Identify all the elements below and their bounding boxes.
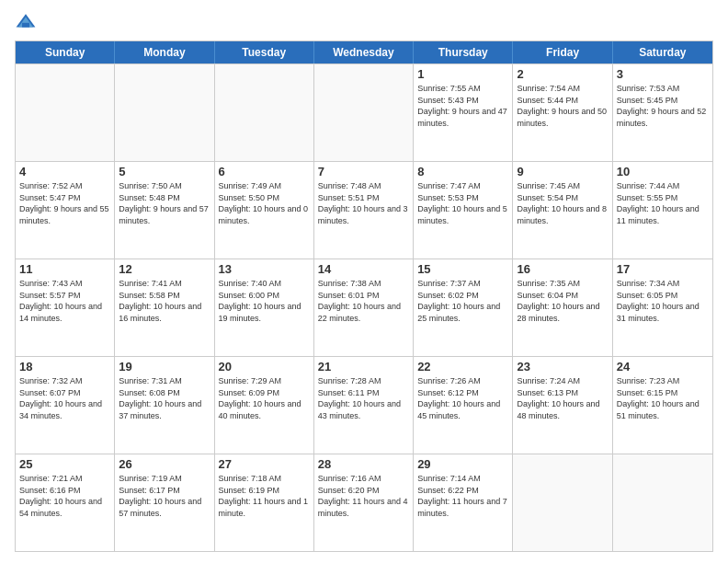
day-number: 29: [417, 457, 508, 471]
day-info: Sunrise: 7:40 AMSunset: 6:00 PMDaylight:…: [219, 278, 310, 324]
svg-rect-2: [22, 23, 29, 28]
header: [15, 11, 713, 33]
calendar-cell: [314, 64, 414, 161]
day-number: 3: [617, 67, 709, 81]
day-info: Sunrise: 7:32 AMSunset: 6:07 PMDaylight:…: [19, 375, 110, 421]
calendar-cell: 5Sunrise: 7:50 AMSunset: 5:48 PMDaylight…: [115, 162, 214, 259]
calendar-header-cell: Thursday: [414, 41, 513, 63]
day-info: Sunrise: 7:34 AMSunset: 6:05 PMDaylight:…: [617, 278, 709, 324]
day-number: 6: [219, 165, 310, 178]
calendar: SundayMondayTuesdayWednesdayThursdayFrid…: [15, 40, 713, 552]
calendar-body: 1Sunrise: 7:55 AMSunset: 5:43 PMDaylight…: [16, 63, 712, 551]
day-number: 5: [119, 165, 210, 178]
calendar-header-cell: Wednesday: [314, 41, 414, 63]
day-info: Sunrise: 7:50 AMSunset: 5:48 PMDaylight:…: [119, 180, 210, 226]
day-info: Sunrise: 7:16 AMSunset: 6:20 PMDaylight:…: [318, 473, 409, 519]
calendar-cell: 12Sunrise: 7:41 AMSunset: 5:58 PMDayligh…: [115, 259, 214, 356]
calendar-header-cell: Friday: [513, 41, 612, 63]
day-info: Sunrise: 7:43 AMSunset: 5:57 PMDaylight:…: [19, 278, 110, 324]
calendar-cell: 9Sunrise: 7:45 AMSunset: 5:54 PMDaylight…: [513, 162, 612, 259]
page: SundayMondayTuesdayWednesdayThursdayFrid…: [0, 0, 728, 563]
day-info: Sunrise: 7:26 AMSunset: 6:12 PMDaylight:…: [417, 375, 508, 421]
calendar-cell: 28Sunrise: 7:16 AMSunset: 6:20 PMDayligh…: [314, 454, 414, 551]
calendar-header-cell: Monday: [115, 41, 214, 63]
calendar-cell: 6Sunrise: 7:49 AMSunset: 5:50 PMDaylight…: [215, 162, 314, 259]
calendar-cell: 7Sunrise: 7:48 AMSunset: 5:51 PMDaylight…: [314, 162, 414, 259]
day-info: Sunrise: 7:47 AMSunset: 5:53 PMDaylight:…: [417, 180, 508, 226]
day-info: Sunrise: 7:52 AMSunset: 5:47 PMDaylight:…: [19, 180, 110, 226]
day-number: 11: [19, 262, 110, 276]
calendar-cell: 18Sunrise: 7:32 AMSunset: 6:07 PMDayligh…: [16, 357, 115, 454]
calendar-cell: 26Sunrise: 7:19 AMSunset: 6:17 PMDayligh…: [115, 454, 214, 551]
calendar-cell: 8Sunrise: 7:47 AMSunset: 5:53 PMDaylight…: [414, 162, 513, 259]
day-info: Sunrise: 7:38 AMSunset: 6:01 PMDaylight:…: [318, 278, 409, 324]
day-info: Sunrise: 7:45 AMSunset: 5:54 PMDaylight:…: [517, 180, 608, 226]
day-number: 24: [617, 360, 709, 373]
calendar-header: SundayMondayTuesdayWednesdayThursdayFrid…: [16, 41, 712, 63]
calendar-row: 11Sunrise: 7:43 AMSunset: 5:57 PMDayligh…: [16, 259, 712, 356]
calendar-row: 1Sunrise: 7:55 AMSunset: 5:43 PMDaylight…: [16, 63, 712, 161]
calendar-cell: 25Sunrise: 7:21 AMSunset: 6:16 PMDayligh…: [16, 454, 115, 551]
day-number: 12: [119, 262, 210, 276]
calendar-row: 4Sunrise: 7:52 AMSunset: 5:47 PMDaylight…: [16, 161, 712, 259]
day-number: 21: [318, 360, 409, 373]
calendar-cell: 20Sunrise: 7:29 AMSunset: 6:09 PMDayligh…: [215, 357, 314, 454]
calendar-cell: 10Sunrise: 7:44 AMSunset: 5:55 PMDayligh…: [613, 162, 712, 259]
day-info: Sunrise: 7:14 AMSunset: 6:22 PMDaylight:…: [417, 473, 508, 519]
day-info: Sunrise: 7:53 AMSunset: 5:45 PMDaylight:…: [617, 83, 709, 129]
day-number: 27: [219, 457, 310, 471]
calendar-cell: [513, 454, 612, 551]
day-number: 22: [417, 360, 508, 373]
calendar-cell: [215, 64, 314, 161]
day-number: 15: [417, 262, 508, 276]
calendar-row: 25Sunrise: 7:21 AMSunset: 6:16 PMDayligh…: [16, 454, 712, 551]
day-info: Sunrise: 7:41 AMSunset: 5:58 PMDaylight:…: [119, 278, 210, 324]
day-info: Sunrise: 7:37 AMSunset: 6:02 PMDaylight:…: [417, 278, 508, 324]
calendar-header-cell: Tuesday: [215, 41, 314, 63]
calendar-header-cell: Saturday: [613, 41, 712, 63]
day-number: 19: [119, 360, 210, 373]
calendar-cell: 17Sunrise: 7:34 AMSunset: 6:05 PMDayligh…: [613, 259, 712, 356]
calendar-cell: 3Sunrise: 7:53 AMSunset: 5:45 PMDaylight…: [613, 64, 712, 161]
day-number: 2: [517, 67, 608, 81]
calendar-cell: 11Sunrise: 7:43 AMSunset: 5:57 PMDayligh…: [16, 259, 115, 356]
calendar-cell: 15Sunrise: 7:37 AMSunset: 6:02 PMDayligh…: [414, 259, 513, 356]
calendar-cell: 21Sunrise: 7:28 AMSunset: 6:11 PMDayligh…: [314, 357, 414, 454]
day-info: Sunrise: 7:44 AMSunset: 5:55 PMDaylight:…: [617, 180, 709, 226]
calendar-cell: 29Sunrise: 7:14 AMSunset: 6:22 PMDayligh…: [414, 454, 513, 551]
calendar-cell: 14Sunrise: 7:38 AMSunset: 6:01 PMDayligh…: [314, 259, 414, 356]
day-number: 17: [617, 262, 709, 276]
day-info: Sunrise: 7:55 AMSunset: 5:43 PMDaylight:…: [417, 83, 508, 129]
calendar-cell: 4Sunrise: 7:52 AMSunset: 5:47 PMDaylight…: [16, 162, 115, 259]
calendar-cell: 2Sunrise: 7:54 AMSunset: 5:44 PMDaylight…: [513, 64, 612, 161]
calendar-row: 18Sunrise: 7:32 AMSunset: 6:07 PMDayligh…: [16, 356, 712, 454]
day-info: Sunrise: 7:23 AMSunset: 6:15 PMDaylight:…: [617, 375, 709, 421]
day-info: Sunrise: 7:28 AMSunset: 6:11 PMDaylight:…: [318, 375, 409, 421]
day-info: Sunrise: 7:24 AMSunset: 6:13 PMDaylight:…: [517, 375, 608, 421]
day-info: Sunrise: 7:18 AMSunset: 6:19 PMDaylight:…: [219, 473, 310, 519]
day-info: Sunrise: 7:29 AMSunset: 6:09 PMDaylight:…: [219, 375, 310, 421]
calendar-header-cell: Sunday: [16, 41, 115, 63]
day-info: Sunrise: 7:31 AMSunset: 6:08 PMDaylight:…: [119, 375, 210, 421]
logo-icon: [15, 11, 37, 33]
day-number: 1: [417, 67, 508, 81]
logo: [15, 11, 40, 33]
day-number: 26: [119, 457, 210, 471]
day-info: Sunrise: 7:49 AMSunset: 5:50 PMDaylight:…: [219, 180, 310, 226]
day-number: 14: [318, 262, 409, 276]
day-number: 13: [219, 262, 310, 276]
day-info: Sunrise: 7:48 AMSunset: 5:51 PMDaylight:…: [318, 180, 409, 226]
calendar-cell: 19Sunrise: 7:31 AMSunset: 6:08 PMDayligh…: [115, 357, 214, 454]
day-number: 20: [219, 360, 310, 373]
day-number: 28: [318, 457, 409, 471]
calendar-cell: 23Sunrise: 7:24 AMSunset: 6:13 PMDayligh…: [513, 357, 612, 454]
day-number: 8: [417, 165, 508, 178]
calendar-cell: [16, 64, 115, 161]
day-number: 4: [19, 165, 110, 178]
calendar-cell: [613, 454, 712, 551]
day-info: Sunrise: 7:54 AMSunset: 5:44 PMDaylight:…: [517, 83, 608, 129]
day-number: 7: [318, 165, 409, 178]
calendar-cell: 13Sunrise: 7:40 AMSunset: 6:00 PMDayligh…: [215, 259, 314, 356]
day-info: Sunrise: 7:21 AMSunset: 6:16 PMDaylight:…: [19, 473, 110, 519]
calendar-cell: 22Sunrise: 7:26 AMSunset: 6:12 PMDayligh…: [414, 357, 513, 454]
